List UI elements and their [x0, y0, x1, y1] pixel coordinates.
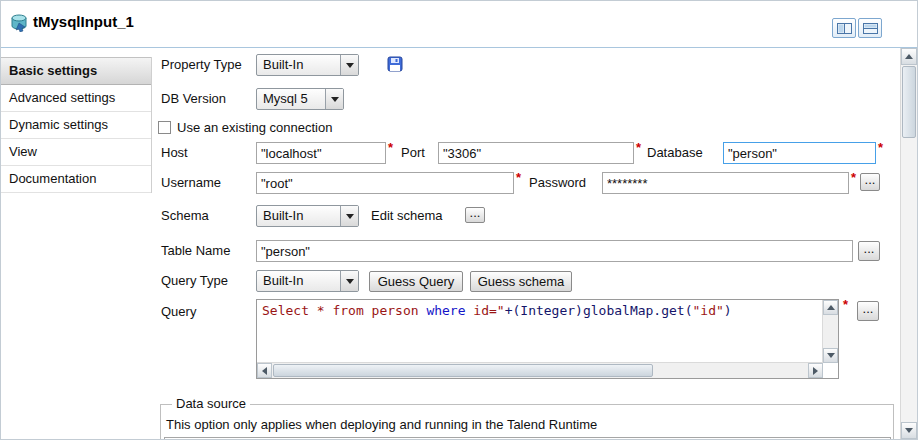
port-input[interactable]	[438, 142, 634, 164]
tmysqlinput-component-icon	[9, 14, 29, 32]
scroll-up-icon[interactable]	[823, 300, 838, 315]
host-input[interactable]	[256, 142, 386, 164]
required-mark: *	[851, 170, 856, 185]
chevron-down-icon	[325, 89, 343, 109]
query-type-value: Built-In	[263, 271, 303, 291]
db-version-select[interactable]: Mysql 5	[256, 88, 344, 110]
sidebar-item-basic-settings[interactable]: Basic settings	[1, 57, 151, 85]
property-type-select[interactable]: Built-In	[256, 54, 359, 76]
sidebar-item-documentation[interactable]: Documentation	[1, 166, 151, 193]
required-mark: *	[636, 140, 641, 155]
component-title: tMysqlInput_1	[33, 13, 134, 30]
query-horizontal-scrollbar[interactable]	[257, 362, 823, 378]
scroll-up-icon[interactable]	[901, 48, 917, 65]
schema-label: Schema	[161, 205, 209, 227]
chevron-down-icon	[340, 206, 358, 226]
settings-nav: Basic settings Advanced settings Dynamic…	[1, 57, 152, 193]
table-name-more-button[interactable]: ...	[858, 241, 880, 261]
horizontal-scroll-thumb[interactable]	[273, 364, 653, 377]
schema-select[interactable]: Built-In	[256, 205, 359, 227]
data-source-note: This option only applies when deploying …	[166, 417, 597, 432]
property-type-label: Property Type	[161, 54, 242, 76]
database-input[interactable]	[723, 142, 876, 164]
guess-schema-button[interactable]: Guess schema	[470, 271, 572, 292]
password-input[interactable]	[602, 172, 849, 194]
required-mark: *	[843, 297, 848, 312]
vertical-scroll-thumb[interactable]	[902, 66, 916, 138]
header: tMysqlInput_1	[1, 1, 917, 48]
database-label: Database	[647, 142, 703, 164]
username-label: Username	[161, 172, 221, 194]
query-label: Query	[161, 301, 196, 323]
db-version-value: Mysql 5	[263, 89, 308, 109]
chevron-down-icon	[340, 55, 358, 75]
port-label: Port	[401, 142, 425, 164]
query-vertical-scrollbar[interactable]	[822, 300, 838, 363]
username-input[interactable]	[256, 172, 514, 194]
query-code: Select * from person where id="+(Integer…	[262, 303, 820, 318]
required-mark: *	[878, 140, 883, 155]
host-label: Host	[161, 142, 188, 164]
required-mark: *	[388, 140, 393, 155]
panel-scrollbar[interactable]	[900, 48, 917, 439]
scroll-left-icon[interactable]	[257, 363, 272, 378]
edit-schema-label: Edit schema	[371, 205, 443, 227]
component-settings-window: tMysqlInput_1 Basic settings Advanced se…	[0, 0, 918, 440]
query-type-select[interactable]: Built-In	[256, 270, 359, 292]
layout-rows-button[interactable]	[858, 18, 882, 38]
scroll-right-icon[interactable]	[808, 363, 823, 378]
table-name-input[interactable]	[256, 240, 853, 262]
chevron-down-icon	[340, 271, 358, 291]
sidebar-item-view[interactable]: View	[1, 139, 151, 166]
layout-columns-button[interactable]	[832, 18, 856, 38]
property-type-value: Built-In	[263, 55, 303, 75]
query-type-label: Query Type	[161, 270, 228, 292]
db-version-label: DB Version	[161, 88, 226, 110]
query-editor[interactable]: Select * from person where id="+(Integer…	[256, 299, 839, 379]
save-to-repository-icon[interactable]	[387, 56, 403, 75]
schema-value: Built-In	[263, 206, 303, 226]
edit-schema-button[interactable]: ...	[465, 207, 485, 223]
sidebar-item-dynamic-settings[interactable]: Dynamic settings	[1, 112, 151, 139]
query-more-button[interactable]: ...	[857, 301, 879, 321]
scroll-down-icon[interactable]	[901, 422, 917, 439]
use-existing-connection-checkbox[interactable]	[158, 121, 171, 134]
guess-query-button[interactable]: Guess Query	[369, 271, 463, 292]
table-name-label: Table Name	[161, 240, 230, 262]
sidebar-item-advanced-settings[interactable]: Advanced settings	[1, 85, 151, 112]
use-existing-connection-label: Use an existing connection	[177, 117, 332, 139]
scroll-down-icon[interactable]	[823, 348, 838, 363]
password-label: Password	[529, 172, 586, 194]
required-mark: *	[516, 170, 521, 185]
data-source-legend: Data source	[172, 396, 250, 411]
password-more-button[interactable]: ...	[860, 173, 880, 191]
